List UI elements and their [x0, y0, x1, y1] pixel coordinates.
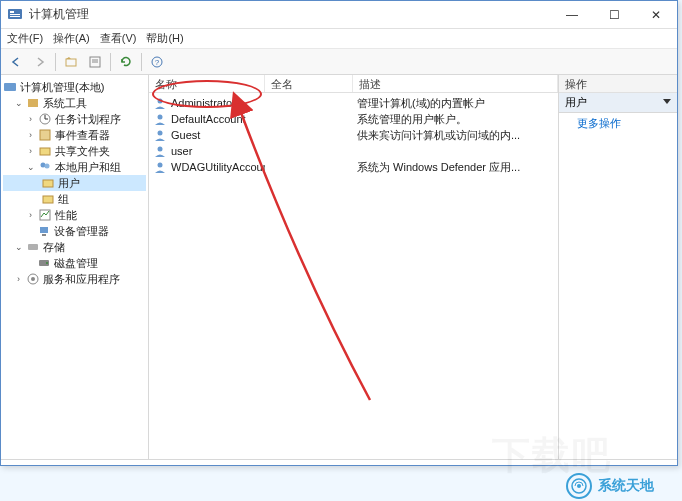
user-row[interactable]: Guest 供来宾访问计算机或访问域的内... — [149, 127, 558, 143]
tree-tasksched[interactable]: ›任务计划程序 — [3, 111, 146, 127]
svg-rect-2 — [10, 14, 20, 15]
svg-rect-22 — [40, 227, 48, 233]
tree-systools-label: 系统工具 — [43, 96, 87, 111]
svg-rect-16 — [40, 148, 50, 155]
user-row[interactable]: DefaultAccount 系统管理的用户帐户。 — [149, 111, 558, 127]
expand-icon[interactable]: › — [25, 114, 36, 125]
user-row[interactable]: user — [149, 143, 558, 159]
close-button[interactable]: ✕ — [635, 1, 677, 29]
tree-localusers-label: 本地用户和组 — [55, 160, 121, 175]
tree-localusers[interactable]: ⌄本地用户和组 — [3, 159, 146, 175]
svg-rect-10 — [4, 83, 16, 91]
col-name-header[interactable]: 名称 — [149, 75, 265, 92]
svg-rect-24 — [28, 244, 38, 250]
user-icon — [153, 128, 167, 142]
user-fullname — [265, 127, 353, 143]
user-desc: 系统管理的用户帐户。 — [353, 111, 558, 127]
collapse-icon[interactable]: ⌄ — [13, 98, 24, 109]
user-fullname — [265, 111, 353, 127]
tree-users-label: 用户 — [58, 176, 80, 191]
menu-file[interactable]: 文件(F) — [7, 31, 43, 46]
svg-rect-11 — [28, 99, 38, 107]
svg-rect-15 — [40, 130, 50, 140]
tree-diskmgr-label: 磁盘管理 — [54, 256, 98, 271]
content-body: 计算机管理(本地) ⌄系统工具 ›任务计划程序 ›事件查看器 ›共享文件夹 ⌄本… — [1, 75, 677, 459]
list-header: 名称 全名 描述 — [149, 75, 558, 93]
tree-perf-label: 性能 — [55, 208, 77, 223]
user-desc: 供来宾访问计算机或访问域的内... — [353, 127, 558, 143]
user-row[interactable]: Administrator 管理计算机(域)的内置帐户 — [149, 95, 558, 111]
maximize-button[interactable]: ☐ — [593, 1, 635, 29]
svg-point-31 — [158, 131, 163, 136]
watermark: 系统天地 — [566, 473, 654, 499]
tree-diskmgr[interactable]: 磁盘管理 — [3, 255, 146, 271]
watermark-logo-icon — [566, 473, 592, 499]
user-name: Guest — [171, 129, 200, 141]
up-button[interactable] — [60, 52, 82, 72]
actions-header: 操作 — [559, 75, 677, 93]
minimize-button[interactable]: — — [551, 1, 593, 29]
tree-services[interactable]: ›服务和应用程序 — [3, 271, 146, 287]
forward-button[interactable] — [29, 52, 51, 72]
tree-services-label: 服务和应用程序 — [43, 272, 120, 287]
expand-icon[interactable]: › — [13, 274, 24, 285]
actions-section[interactable]: 用户 — [559, 93, 677, 113]
toolbar: ? — [1, 49, 677, 75]
actions-panel: 操作 用户 更多操作 — [559, 75, 677, 459]
properties-button[interactable] — [84, 52, 106, 72]
tree-storage[interactable]: ⌄存储 — [3, 239, 146, 255]
tree-eventviewer-label: 事件查看器 — [55, 128, 110, 143]
menubar: 文件(F) 操作(A) 查看(V) 帮助(H) — [1, 29, 677, 49]
menu-help[interactable]: 帮助(H) — [146, 31, 183, 46]
col-fullname-header[interactable]: 全名 — [265, 75, 353, 92]
tree-devmgr-label: 设备管理器 — [54, 224, 109, 239]
tree-root-label: 计算机管理(本地) — [20, 80, 104, 95]
menu-view[interactable]: 查看(V) — [100, 31, 137, 46]
user-fullname — [265, 159, 353, 175]
tree-devmgr[interactable]: 设备管理器 — [3, 223, 146, 239]
tree-users[interactable]: 用户 — [3, 175, 146, 191]
statusbar — [1, 459, 677, 465]
tree-root[interactable]: 计算机管理(本地) — [3, 79, 146, 95]
refresh-button[interactable] — [115, 52, 137, 72]
svg-point-35 — [577, 484, 581, 488]
list-body[interactable]: Administrator 管理计算机(域)的内置帐户 DefaultAccou… — [149, 93, 558, 459]
user-icon — [153, 160, 167, 174]
actions-more[interactable]: 更多操作 — [559, 113, 677, 134]
watermark-text: 系统天地 — [598, 477, 654, 495]
help-button[interactable]: ? — [146, 52, 168, 72]
svg-point-28 — [31, 277, 35, 281]
tree-shared[interactable]: ›共享文件夹 — [3, 143, 146, 159]
menu-action[interactable]: 操作(A) — [53, 31, 90, 46]
svg-point-29 — [158, 99, 163, 104]
user-desc — [353, 143, 558, 159]
user-icon — [153, 112, 167, 126]
user-row[interactable]: WDAGUtilityAccount 系统为 Windows Defender … — [149, 159, 558, 175]
svg-rect-3 — [10, 16, 20, 17]
svg-rect-19 — [43, 180, 53, 187]
main-window: 计算机管理 — ☐ ✕ 文件(F) 操作(A) 查看(V) 帮助(H) ? 计算… — [0, 0, 678, 466]
expand-icon[interactable]: › — [25, 130, 36, 141]
tree-eventviewer[interactable]: ›事件查看器 — [3, 127, 146, 143]
window-controls: — ☐ ✕ — [551, 1, 677, 29]
user-desc: 系统为 Windows Defender 应用... — [353, 159, 558, 175]
svg-point-26 — [46, 262, 48, 264]
tree-groups[interactable]: 组 — [3, 191, 146, 207]
tree-perf[interactable]: ›性能 — [3, 207, 146, 223]
collapse-icon[interactable]: ⌄ — [25, 162, 36, 173]
tree-systools[interactable]: ⌄系统工具 — [3, 95, 146, 111]
user-name: WDAGUtilityAccount — [171, 161, 265, 173]
tree-panel[interactable]: 计算机管理(本地) ⌄系统工具 ›任务计划程序 ›事件查看器 ›共享文件夹 ⌄本… — [1, 75, 149, 459]
tree-shared-label: 共享文件夹 — [55, 144, 110, 159]
back-button[interactable] — [5, 52, 27, 72]
expand-icon[interactable]: › — [25, 146, 36, 157]
svg-point-32 — [158, 147, 163, 152]
collapse-icon[interactable]: ⌄ — [13, 242, 24, 253]
expand-icon[interactable]: › — [25, 210, 36, 221]
user-icon — [153, 144, 167, 158]
tree-tasksched-label: 任务计划程序 — [55, 112, 121, 127]
col-desc-header[interactable]: 描述 — [353, 75, 558, 92]
user-fullname — [265, 143, 353, 159]
titlebar[interactable]: 计算机管理 — ☐ ✕ — [1, 1, 677, 29]
user-desc: 管理计算机(域)的内置帐户 — [353, 95, 558, 111]
